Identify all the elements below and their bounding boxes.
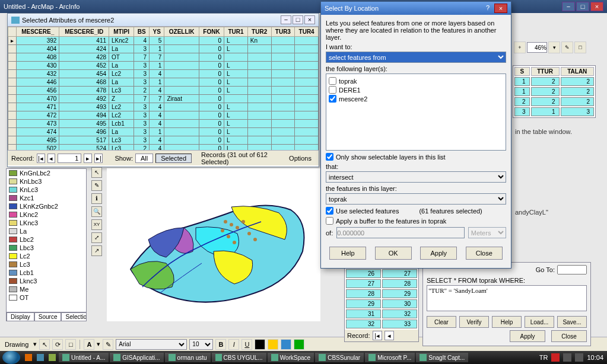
toc-tab-display[interactable]: Display — [7, 312, 34, 321]
sbl-close-button[interactable]: Close — [466, 247, 503, 260]
fill-color-icon[interactable] — [268, 339, 278, 350]
column-header[interactable]: TUR3 — [271, 27, 295, 37]
show-selected-button[interactable]: Selected — [155, 154, 192, 163]
sbl-only-selectable-checkbox[interactable] — [326, 153, 333, 161]
sbl-features-select[interactable]: toprak — [326, 193, 506, 205]
toc-layer-item[interactable]: Me — [7, 285, 86, 293]
query-load-button[interactable]: Load... — [525, 316, 554, 328]
table-row[interactable]: 456478Lc3240L — [8, 87, 319, 95]
identify-tool-icon[interactable]: ℹ — [91, 193, 102, 204]
select-element-icon[interactable]: ↖ — [39, 339, 50, 350]
table-row[interactable]: 474496La310L — [8, 128, 319, 136]
column-header[interactable]: MESCERE_ — [17, 27, 59, 37]
query-clear-button[interactable]: Clear — [427, 316, 456, 328]
bold-icon[interactable]: B — [215, 339, 226, 350]
first-record-button[interactable]: |◂ — [37, 154, 45, 163]
toc-layer-item[interactable]: Lc2 — [7, 252, 86, 260]
toc-layer-item[interactable]: OT — [7, 293, 86, 302]
toc-tab-source[interactable]: Source — [34, 312, 62, 321]
start-button[interactable] — [2, 351, 20, 364]
toc-layer-item[interactable]: LKnKzGnbc2 — [7, 202, 86, 210]
sbl-apply-button[interactable]: Apply — [420, 247, 457, 260]
column-header[interactable]: YS — [150, 27, 164, 37]
tray-icon-1[interactable] — [551, 353, 560, 362]
minimize-button[interactable]: − — [562, 2, 575, 11]
column-header[interactable]: BS — [134, 27, 150, 37]
zoom-field[interactable] — [527, 42, 547, 53]
taskbar-item[interactable]: GISApplicati... — [110, 353, 163, 362]
query-verify-button[interactable]: Verify — [459, 316, 489, 328]
italic-icon[interactable]: I — [228, 339, 239, 350]
table-row[interactable]: 404424La310L — [8, 45, 319, 53]
toc-layer-item[interactable]: KnLbc3 — [7, 177, 86, 186]
marker-color-icon[interactable] — [294, 339, 304, 350]
toc-layer-item[interactable]: Lknc3 — [7, 277, 86, 285]
column-header[interactable]: TUR4 — [295, 27, 319, 37]
show-all-button[interactable]: All — [135, 154, 153, 163]
sbl-help-icon[interactable]: ? — [481, 4, 494, 13]
query-save-button[interactable]: Save... — [557, 316, 587, 328]
maximize-button[interactable]: □ — [576, 2, 589, 11]
table-row[interactable]: 502524Lc3240L — [8, 145, 319, 151]
toc-layer-item[interactable]: Lbc2 — [7, 235, 86, 244]
taskbar-item[interactable]: SnagIt Capt... — [416, 353, 468, 362]
underline-icon[interactable]: U — [241, 339, 252, 350]
layer-checkbox[interactable] — [329, 77, 336, 85]
layer-checkbox[interactable] — [329, 95, 336, 103]
toc-layer-item[interactable]: KnLc3 — [7, 186, 86, 194]
table-row[interactable]: 446468La310L — [8, 78, 319, 87]
options-button[interactable]: Options — [285, 154, 315, 162]
zoom-in-icon[interactable]: + — [514, 41, 526, 53]
table-row[interactable]: 408428OT770 — [8, 53, 319, 62]
column-header[interactable]: MESCERE_ID — [59, 27, 109, 37]
tray-icon-2[interactable] — [563, 353, 571, 362]
sbl-help-button[interactable]: Help — [329, 247, 366, 260]
taskbar-item[interactable]: CBS UYGUL... — [212, 353, 266, 362]
window-close-icon[interactable]: × — [304, 15, 315, 24]
find-tool-icon[interactable]: 🔍 — [91, 206, 102, 217]
rectangle-icon[interactable]: □ — [65, 339, 76, 350]
tool-icon[interactable]: ▾ — [548, 41, 560, 53]
table-row[interactable]: 470492Z77Ziraat0 — [8, 95, 319, 103]
edit-tool-icon[interactable]: ✎ — [91, 180, 102, 191]
table-row[interactable]: 473495Lcb1340L — [8, 120, 319, 128]
toc-layer-item[interactable]: La — [7, 227, 86, 235]
table-row[interactable]: ▸392411LKnc2450LKn — [8, 37, 319, 45]
text-dropdown-icon[interactable]: ▾ — [97, 340, 100, 348]
sbl-buffer-checkbox[interactable] — [326, 217, 333, 225]
quick-launch-icon-2[interactable] — [37, 354, 44, 361]
close-button[interactable]: × — [590, 2, 603, 11]
toc-layer-item[interactable]: LKnc3 — [7, 219, 86, 227]
tray-lang[interactable]: TR — [539, 354, 548, 361]
column-header[interactable]: TUR2 — [247, 27, 271, 37]
xy-tool-icon[interactable]: XY — [91, 219, 102, 230]
sbl-close-icon[interactable]: × — [494, 4, 507, 13]
mini-first-button[interactable]: |◂ — [373, 331, 382, 340]
toc-tab-selection[interactable]: Selection — [61, 312, 87, 321]
table-row[interactable]: 432454Lc2340L — [8, 70, 319, 78]
text-tool-icon[interactable]: A — [84, 339, 94, 350]
tray-volume-icon[interactable] — [575, 353, 583, 362]
font-size-select[interactable]: 10 — [189, 339, 213, 350]
taskbar-item[interactable]: WorkSpace — [268, 353, 314, 362]
taskbar-item[interactable]: Microsoft P... — [365, 353, 415, 362]
toc-layer-item[interactable]: Lc3 — [7, 260, 86, 269]
last-record-button[interactable]: ▸| — [94, 154, 103, 163]
column-header[interactable]: MTIPI — [109, 27, 134, 37]
sbl-that-select[interactable]: intersect — [326, 171, 506, 183]
mini-prev-button[interactable]: ◂ — [384, 331, 394, 340]
query-apply-button[interactable]: Apply — [510, 330, 545, 342]
tool-icon-2[interactable]: ✎ — [561, 41, 573, 53]
tool-icon-3[interactable]: □ — [574, 41, 586, 53]
sbl-want-select[interactable]: select features from — [326, 52, 506, 63]
table-row[interactable]: 495517Lc3340L — [8, 136, 319, 145]
toc-layer-item[interactable]: Lcb1 — [7, 269, 86, 277]
next-record-button[interactable]: ▸ — [84, 154, 92, 163]
layer-checkbox[interactable] — [329, 86, 336, 94]
table-row[interactable]: 472494Lc2340L — [8, 111, 319, 120]
sbl-use-selected-checkbox[interactable] — [326, 207, 333, 215]
record-input[interactable] — [58, 154, 81, 163]
taskbar-item[interactable]: CBSSunular — [315, 353, 364, 362]
goto-input[interactable] — [557, 265, 587, 274]
drawing-dropdown-icon[interactable]: ▾ — [33, 340, 37, 348]
